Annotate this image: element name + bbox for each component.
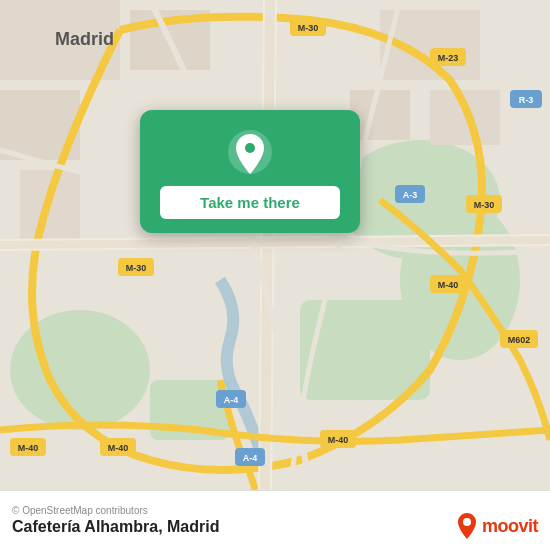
svg-rect-10 <box>20 170 80 250</box>
moovit-pin-icon <box>456 512 478 540</box>
svg-text:M-23: M-23 <box>438 53 459 63</box>
svg-text:M602: M602 <box>508 335 531 345</box>
svg-text:Madrid: Madrid <box>55 29 114 49</box>
bottom-bar: © OpenStreetMap contributors Cafetería A… <box>0 490 550 550</box>
svg-point-42 <box>463 518 471 526</box>
svg-text:R-3: R-3 <box>519 95 534 105</box>
svg-point-41 <box>245 143 255 153</box>
take-me-there-button[interactable]: Take me there <box>160 186 340 219</box>
svg-text:M-40: M-40 <box>328 435 349 445</box>
map-container: M-30 M-23 R-3 M-30 A-3 M-40 M602 M-30 A-… <box>0 0 550 490</box>
popup-card: Take me there <box>140 110 360 233</box>
svg-text:M-30: M-30 <box>126 263 147 273</box>
moovit-logo: moovit <box>456 512 538 540</box>
svg-text:A-4: A-4 <box>243 453 258 463</box>
svg-text:A-4: A-4 <box>224 395 239 405</box>
svg-text:M-40: M-40 <box>18 443 39 453</box>
svg-text:M-30: M-30 <box>298 23 319 33</box>
svg-text:A-3: A-3 <box>403 190 418 200</box>
map-svg: M-30 M-23 R-3 M-30 A-3 M-40 M602 M-30 A-… <box>0 0 550 490</box>
svg-text:M-40: M-40 <box>108 443 129 453</box>
moovit-brand-text: moovit <box>482 516 538 537</box>
location-pin-icon <box>226 128 274 176</box>
svg-text:M-40: M-40 <box>438 280 459 290</box>
svg-text:M-30: M-30 <box>474 200 495 210</box>
